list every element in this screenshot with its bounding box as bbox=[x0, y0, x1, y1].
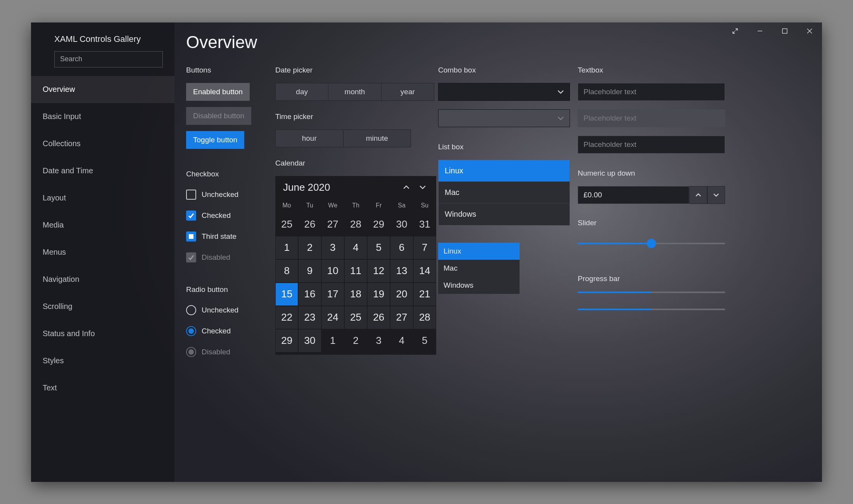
calendar-day[interactable]: 1 bbox=[322, 330, 344, 352]
calendar-day[interactable]: 1 bbox=[276, 236, 298, 259]
calendar-day[interactable]: 4 bbox=[345, 236, 367, 259]
calendar-day[interactable]: 23 bbox=[299, 306, 321, 329]
list-item[interactable]: Linux bbox=[439, 160, 570, 182]
calendar-day[interactable]: 21 bbox=[414, 283, 436, 306]
sidebar-item-styles[interactable]: Styles bbox=[31, 347, 174, 375]
calendar-grid: MoTuWeThFrSaSu25262728293031123456789101… bbox=[275, 199, 436, 352]
list-item[interactable]: Mac bbox=[439, 182, 570, 204]
calendar-day[interactable]: 5 bbox=[368, 236, 390, 259]
calendar-day[interactable]: 2 bbox=[299, 236, 321, 259]
date-year[interactable]: year bbox=[382, 83, 434, 100]
calendar-day[interactable]: 18 bbox=[345, 283, 367, 306]
textbox-input-2[interactable] bbox=[578, 136, 725, 154]
calendar-day[interactable]: 30 bbox=[299, 330, 321, 352]
calendar-day[interactable]: 25 bbox=[345, 306, 367, 329]
main: Overview Buttons Enabled button Disabled… bbox=[186, 33, 806, 474]
date-day[interactable]: day bbox=[276, 83, 328, 100]
calendar-next-button[interactable] bbox=[417, 181, 428, 193]
calendar-day[interactable]: 26 bbox=[299, 213, 321, 236]
list-item[interactable]: Windows bbox=[438, 277, 520, 294]
sidebar-item-media[interactable]: Media bbox=[31, 212, 174, 239]
calendar-day[interactable]: 27 bbox=[322, 213, 344, 236]
calendar-day[interactable]: 11 bbox=[345, 260, 367, 282]
sidebar-item-scrolling[interactable]: Scrolling bbox=[31, 293, 174, 320]
sidebar-item-layout[interactable]: Layout bbox=[31, 185, 174, 212]
calendar-day[interactable]: 7 bbox=[414, 236, 436, 259]
calendar-day[interactable]: 25 bbox=[276, 213, 298, 236]
calendar-title[interactable]: June 2020 bbox=[283, 181, 396, 193]
calendar-day[interactable]: 17 bbox=[322, 283, 344, 306]
enabled-button[interactable]: Enabled button bbox=[186, 83, 250, 101]
calendar-day[interactable]: 13 bbox=[390, 260, 413, 282]
calendar-day[interactable]: 2 bbox=[345, 330, 367, 352]
checkbox-unchecked[interactable]: Unchecked bbox=[186, 187, 275, 202]
calendar-day[interactable]: 29 bbox=[368, 213, 390, 236]
calendar-day[interactable]: 8 bbox=[276, 260, 298, 282]
numeric-up-button[interactable] bbox=[689, 186, 707, 204]
checkbox-thirdstate[interactable]: Third state bbox=[186, 229, 275, 244]
calendar-day[interactable]: 26 bbox=[368, 306, 390, 329]
checkbox-disabled: Disabled bbox=[186, 250, 275, 265]
calendar-day[interactable]: 22 bbox=[276, 306, 298, 329]
textbox-input[interactable] bbox=[578, 83, 725, 101]
date-picker[interactable]: day month year bbox=[275, 83, 434, 101]
sidebar-item-overview[interactable]: Overview bbox=[31, 76, 174, 103]
calendar-day[interactable]: 3 bbox=[322, 236, 344, 259]
sidebar-item-collections[interactable]: Collections bbox=[31, 130, 174, 157]
calendar-day[interactable]: 28 bbox=[345, 213, 367, 236]
list-item[interactable]: Mac bbox=[438, 260, 520, 277]
section-buttons: Buttons bbox=[186, 66, 275, 74]
combo-box[interactable] bbox=[438, 83, 570, 101]
calendar-day[interactable]: 5 bbox=[414, 330, 436, 352]
calendar-day[interactable]: 10 bbox=[322, 260, 344, 282]
radio-unchecked[interactable]: Unchecked bbox=[186, 302, 275, 318]
calendar-day[interactable]: 16 bbox=[299, 283, 321, 306]
numeric-down-button[interactable] bbox=[707, 186, 725, 204]
list-item[interactable]: Linux bbox=[438, 243, 520, 260]
sidebar-item-navigation[interactable]: Navigation bbox=[31, 266, 174, 293]
numeric-up-down[interactable]: £0.00 bbox=[578, 186, 725, 204]
calendar-day[interactable]: 31 bbox=[414, 213, 436, 236]
chevron-down-icon bbox=[557, 88, 564, 95]
calendar-day[interactable]: 30 bbox=[390, 213, 413, 236]
calendar-day[interactable]: 24 bbox=[322, 306, 344, 329]
calendar-day[interactable]: 6 bbox=[390, 236, 413, 259]
slider[interactable] bbox=[578, 236, 725, 251]
disabled-button: Disabled button bbox=[186, 107, 251, 125]
calendar-day[interactable]: 14 bbox=[414, 260, 436, 282]
search-input[interactable] bbox=[54, 51, 163, 67]
calendar-day[interactable]: 15 bbox=[276, 283, 298, 306]
calendar-day[interactable]: 4 bbox=[390, 330, 413, 352]
date-month[interactable]: month bbox=[328, 83, 381, 100]
calendar[interactable]: June 2020 MoTuWeThFrSaSu2526272829303112… bbox=[275, 176, 436, 355]
calendar-day[interactable]: 3 bbox=[368, 330, 390, 352]
app-title: XAML Controls Gallery bbox=[31, 29, 174, 51]
sidebar-item-date-and-time[interactable]: Date and Time bbox=[31, 157, 174, 185]
calendar-day[interactable]: 29 bbox=[276, 330, 298, 352]
calendar-day[interactable]: 27 bbox=[390, 306, 413, 329]
slider-thumb[interactable] bbox=[647, 239, 656, 248]
listbox-compact[interactable]: LinuxMacWindows bbox=[438, 243, 520, 294]
calendar-day[interactable]: 9 bbox=[299, 260, 321, 282]
toggle-button[interactable]: Toggle button bbox=[186, 131, 244, 149]
time-minute[interactable]: minute bbox=[344, 130, 411, 147]
calendar-dow: Th bbox=[344, 199, 367, 213]
calendar-day[interactable]: 12 bbox=[368, 260, 390, 282]
calendar-day[interactable]: 20 bbox=[390, 283, 413, 306]
calendar-day[interactable]: 28 bbox=[414, 306, 436, 329]
list-item[interactable]: Windows bbox=[439, 204, 570, 225]
calendar-prev-button[interactable] bbox=[401, 181, 412, 193]
calendar-day[interactable]: 19 bbox=[368, 283, 390, 306]
time-hour[interactable]: hour bbox=[276, 130, 344, 147]
sidebar-item-text[interactable]: Text bbox=[31, 375, 174, 402]
time-picker[interactable]: hour minute bbox=[275, 129, 411, 147]
sidebar-item-status-and-info[interactable]: Status and Info bbox=[31, 320, 174, 347]
checkbox-checked[interactable]: Checked bbox=[186, 208, 275, 223]
listbox[interactable]: LinuxMacWindows bbox=[438, 160, 570, 226]
numeric-value[interactable]: £0.00 bbox=[578, 186, 689, 204]
section-numeric: Numeric up down bbox=[578, 169, 729, 178]
textbox-input-disabled bbox=[578, 109, 725, 127]
sidebar-item-menus[interactable]: Menus bbox=[31, 239, 174, 266]
radio-checked[interactable]: Checked bbox=[186, 323, 275, 339]
sidebar-item-basic-input[interactable]: Basic Input bbox=[31, 103, 174, 130]
